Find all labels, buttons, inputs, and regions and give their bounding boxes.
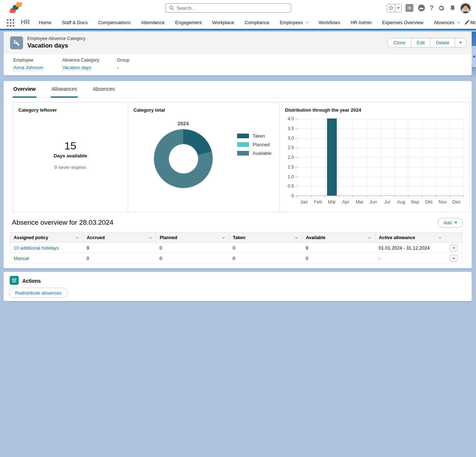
column-header-active-allowance[interactable]: Active allowance [375,233,446,243]
nav-tab-hr-admin[interactable]: HR Admin [350,20,372,25]
nav-tab-label: Expenses Overview [382,20,423,25]
trailhead-icon[interactable] [417,4,426,12]
favorites-caret-icon[interactable] [395,4,401,12]
nav-tab-compliance[interactable]: Compliance [245,20,269,25]
nav-tab-workflows[interactable]: Workflows [319,20,340,25]
delete-button[interactable]: Delete [430,38,455,47]
nav-tab-label: Absences [434,20,454,25]
donut-legend: TakenPlannedAvailable [237,133,272,156]
column-header-planned[interactable]: Planned [156,233,229,243]
flair-logo[interactable] [9,2,24,14]
nav-tab-more[interactable]: More [470,20,476,25]
setup-gear-icon[interactable] [438,4,445,12]
legend-label: Planned [253,142,270,147]
legend-swatch [237,151,249,156]
record-field-absence-category: Absence CategoryVacation days [62,58,117,75]
column-header-label: Active allowance [379,235,415,240]
favorites-button[interactable] [387,4,402,12]
app-launcher-waffle-icon[interactable] [7,19,15,27]
field-value[interactable]: Anna Johnson [13,65,43,71]
tab-overview[interactable]: Overview [13,81,36,98]
row-action-caret-button[interactable] [450,255,458,262]
dropdown-triangle-icon [454,222,457,225]
x-axis-tick-label: Jan [300,199,308,205]
y-axis-tick-label: 3.0 [283,136,294,141]
dropdown-triangle-icon [453,247,455,250]
tab-absences[interactable]: Absences [92,81,115,98]
favorites-star-icon[interactable] [387,4,395,12]
tab-allowances[interactable]: Allowances [51,81,78,98]
column-header-label: Taken [233,235,245,240]
record-actions-caret-button[interactable] [455,38,466,47]
nav-tab-expenses-overview[interactable]: Expenses Overview [382,20,423,25]
column-header-row-actions [446,233,462,243]
nav-tab-engagement[interactable]: Engagement [175,20,202,25]
donut-chart [154,129,213,188]
header-icons: ? [387,0,471,16]
x-axis-tick-label: Jun [370,199,377,205]
redistribute-absences-button[interactable]: Redistribute absences [9,288,68,298]
page-title: Vacation days [27,42,68,49]
panel-collapse-arrow-icon[interactable] [471,46,476,67]
field-value[interactable]: Vacation days [62,65,91,71]
absence-overview-table: Assigned policyAccruedPlannedTakenAvaila… [10,232,462,264]
actions-title: Actions [22,278,41,284]
policy-link[interactable]: 10 additional holidays [14,245,59,251]
donut-chart-title: 2024 [177,121,189,126]
field-label: Absence Category [62,58,117,63]
dropdown-triangle-icon [453,258,455,260]
chevron-down-icon [305,20,308,23]
table-cell: 0 [83,253,156,264]
row-action-caret-button[interactable] [450,245,458,251]
add-button[interactable]: Add [438,218,463,228]
nav-tab-absences[interactable]: Absences [434,20,460,25]
main-content-card: OverviewAllowancesAbsences Category left… [4,81,472,268]
nav-tab-compensations[interactable]: Compensations [98,20,131,25]
table-cell: 0 [302,253,375,264]
panel-title: Distribution through the year 2024 [285,107,361,113]
search-icon [169,5,174,10]
nav-tab-label: Compensations [98,20,131,25]
global-actions-plus-icon[interactable] [405,4,413,12]
y-axis-tick-label: 1.0 [283,174,294,179]
wrench-icon [10,36,23,49]
nav-tab-attendance[interactable]: Attendance [141,20,165,25]
nav-tab-label: Staff & Docs [62,20,88,25]
chevron-down-icon [76,236,79,238]
column-header-taken[interactable]: Taken [229,233,302,243]
record-header-top: Employee Absence Category Vacation days … [4,32,472,54]
column-header-accrued[interactable]: Accrued [83,233,156,243]
chevron-down-icon [295,236,298,238]
nav-tab-home[interactable]: Home [39,20,51,25]
user-avatar[interactable] [460,3,471,13]
clone-button[interactable]: Clone [388,38,411,47]
y-axis-tick-label: 3.5 [283,126,294,131]
edit-pencil-icon[interactable] [464,19,470,27]
global-search[interactable] [165,3,291,13]
nav-tab-workplace[interactable]: Workplace [212,20,234,25]
panel-title: Category total [133,107,165,113]
help-icon[interactable]: ? [430,4,434,12]
table-header-row: Assigned policyAccruedPlannedTakenAvaila… [10,233,462,243]
column-header-available[interactable]: Available [302,233,375,243]
nav-tab-staff-docs[interactable]: Staff & Docs [62,20,88,25]
search-input[interactable] [177,5,287,11]
nav-tab-label: HR Admin [350,20,372,25]
notifications-bell-icon[interactable] [449,4,456,12]
legend-item-available: Available [237,151,272,156]
edit-button[interactable]: Edit [411,38,430,47]
category-leftover-panel: Category leftover 15 Days available 9 ne… [13,102,128,212]
record-field-group: Group- [117,58,166,75]
days-available-value: 15 [13,140,128,152]
x-axis-tick-label: Okt [425,199,432,205]
category-total-panel: Category total 2024 TakenPlannedAvailabl… [128,102,280,212]
nav-tab-employees[interactable]: Employees [280,20,308,25]
app-name[interactable]: HR [21,19,30,26]
policy-link[interactable]: Manual [14,256,29,261]
column-header-label: Accrued [87,235,105,240]
y-axis-tick-label: 1.5 [283,165,294,170]
x-axis-tick-label: Mai [356,199,363,205]
dropdown-triangle-icon [459,42,462,45]
x-axis-tick-label: Nov [439,199,447,205]
column-header-assigned-policy[interactable]: Assigned policy [10,233,83,243]
